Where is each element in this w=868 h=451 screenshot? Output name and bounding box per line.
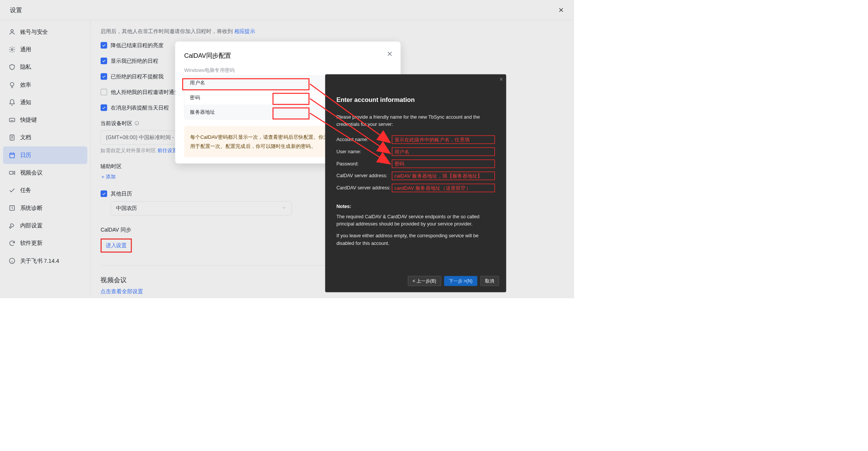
caldav-modal-title: CalDAV同步配置 [184, 52, 391, 60]
tbsync-notes-2: If you leave either address empty, the c… [336, 232, 495, 247]
tbsync-title: Enter account information [336, 96, 495, 103]
tbsync-row-password: Password: 密码 [336, 159, 495, 168]
tbsync-label: User name: [336, 149, 392, 155]
tbsync-username-input[interactable]: 用户名 [392, 148, 495, 156]
tbsync-notes-heading: Notes: [336, 204, 495, 210]
caldav-username-label: 用户名 [190, 79, 205, 86]
tbsync-account-name-input[interactable]: 显示在此插件中的账户名，任意填 [392, 135, 495, 144]
tbsync-label: CardDAV server address: [336, 185, 392, 191]
prev-button[interactable]: < 上一步(B) [408, 276, 441, 286]
caldav-server-label: 服务器地址 [190, 108, 215, 115]
tbsync-intro: Please provide a friendly name for the n… [336, 113, 495, 128]
tbsync-row-username: User name: 用户名 [336, 148, 495, 156]
tbsync-password-input[interactable]: 密码 [392, 159, 495, 168]
tbsync-notes-1: The required CalDAV & CardDAV service en… [336, 213, 495, 228]
tbsync-row-caldav: CalDAV server address: calDAV 服务器地址，填【服务… [336, 172, 495, 180]
tbsync-row-account: Account name: 显示在此插件中的账户名，任意填 [336, 135, 495, 144]
tbsync-label: CalDAV server address: [336, 173, 392, 179]
tbsync-account-modal: Enter account information Please provide… [325, 74, 506, 292]
tbsync-row-carddav: CardDAV server address: cardDAV 服务器地址（这里… [336, 184, 495, 192]
cancel-button[interactable]: 取消 [480, 276, 499, 286]
close-icon[interactable] [499, 77, 504, 83]
tbsync-caldav-input[interactable]: calDAV 服务器地址，填【服务器地址】 [392, 172, 495, 180]
caldav-password-sub: Windows电脑专用密码 [184, 67, 391, 74]
tbsync-label: Password: [336, 161, 392, 167]
next-button[interactable]: 下一步 >(N) [444, 276, 477, 286]
tbsync-carddav-input[interactable]: cardDAV 服务器地址（这里留空） [392, 184, 495, 192]
tbsync-label: Account name: [336, 137, 392, 143]
caldav-password-label: 密码 [190, 94, 200, 101]
close-icon[interactable] [386, 51, 393, 58]
tbsync-footer: < 上一步(B) 下一步 >(N) 取消 [408, 276, 499, 286]
